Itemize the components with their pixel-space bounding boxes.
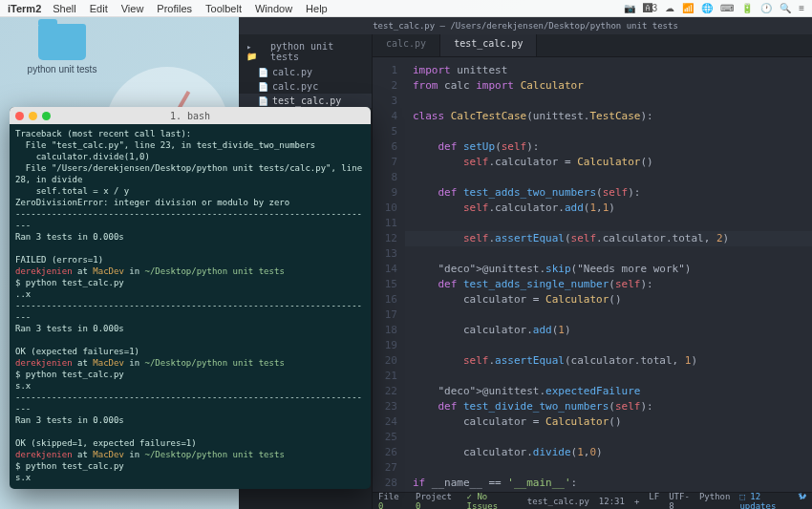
code-area[interactable]: 1234567891011121314151617181920212223242… xyxy=(373,57,812,492)
menubar-status-icon[interactable]: 🕐 xyxy=(760,3,772,13)
file-icon: 📄 xyxy=(258,82,268,92)
file-item[interactable]: 📄calc.py xyxy=(239,65,372,79)
editor-title-text: test_calc.py — /Users/derekjensen/Deskto… xyxy=(373,21,678,31)
menu-item-shell[interactable]: Shell xyxy=(53,3,75,14)
menu-item-edit[interactable]: Edit xyxy=(90,3,108,14)
code-content[interactable]: import unittestfrom calc import Calculat… xyxy=(405,57,812,492)
menu-item-window[interactable]: Window xyxy=(255,3,292,14)
menubar-status-icon[interactable]: ☁ xyxy=(665,3,674,13)
menu-item-help[interactable]: Help xyxy=(306,3,328,14)
status-encoding[interactable]: UTF-8 xyxy=(669,492,690,510)
menubar-status-icon[interactable]: 🅰3 xyxy=(643,3,658,13)
squirrel-icon[interactable]: 🐿 xyxy=(798,492,806,510)
macos-menu-bar: iTerm2 ShellEditViewProfilesToolbeltWind… xyxy=(0,0,812,17)
status-project[interactable]: Project 0 xyxy=(416,492,458,510)
status-line-ending[interactable]: LF xyxy=(649,492,659,510)
status-filename: test_calc.py xyxy=(527,497,589,506)
editor-status-bar: File 0 Project 0 ✓ No Issues test_calc.p… xyxy=(373,492,812,509)
file-name: test_calc.py xyxy=(272,95,341,106)
status-language[interactable]: Python xyxy=(699,492,731,510)
app-name: iTerm2 xyxy=(8,3,41,14)
editor-title-bar: test_calc.py — /Users/derekjensen/Deskto… xyxy=(239,17,812,34)
menubar-status-icon[interactable]: 🔋 xyxy=(741,3,753,13)
editor-tabs: calc.pytest_calc.py xyxy=(373,34,812,57)
desktop-folder[interactable]: python unit tests xyxy=(24,24,100,74)
menubar-status-icon[interactable]: ≡ xyxy=(799,3,804,13)
file-name: calc.py xyxy=(272,67,312,77)
status-issues[interactable]: ✓ No Issues xyxy=(467,492,518,510)
status-plus[interactable]: + xyxy=(634,497,639,506)
menu-item-profiles[interactable]: Profiles xyxy=(157,3,192,14)
status-updates[interactable]: ⬚ 12 updates xyxy=(739,492,788,510)
menubar-status-icon[interactable]: 🔍 xyxy=(780,3,791,13)
status-cursor: 12:31 xyxy=(599,497,625,506)
folder-icon xyxy=(38,24,86,60)
terminal-title-bar[interactable]: 1. bash xyxy=(10,107,371,124)
menu-item-view[interactable]: View xyxy=(121,3,144,14)
menubar-status-icon[interactable]: 🌐 xyxy=(701,3,713,13)
file-item[interactable]: 📄calc.pyc xyxy=(239,79,372,94)
file-name: calc.pyc xyxy=(272,81,318,92)
folder-label: python unit tests xyxy=(24,64,100,74)
menubar-status-icon[interactable]: 📶 xyxy=(682,3,694,13)
menubar-status-icon[interactable]: ⌨ xyxy=(720,3,734,13)
menu-item-toolbelt[interactable]: Toolbelt xyxy=(205,3,242,14)
menubar-right: 📷🅰3☁📶🌐⌨🔋🕐🔍≡ xyxy=(624,3,804,13)
folder-icon: ▸ 📁 xyxy=(246,42,267,61)
menubar-status-icon[interactable]: 📷 xyxy=(624,3,635,13)
project-name: python unit tests xyxy=(270,41,364,62)
file-icon: 📄 xyxy=(258,68,268,77)
status-file[interactable]: File 0 xyxy=(378,492,406,510)
tab-test_calc-py[interactable]: test_calc.py xyxy=(440,34,537,56)
terminal-output[interactable]: Traceback (most recent call last): File … xyxy=(10,124,371,489)
tab-calc-py[interactable]: calc.py xyxy=(373,34,440,56)
project-folder[interactable]: ▸ 📁 python unit tests xyxy=(239,38,372,65)
file-icon: 📄 xyxy=(258,96,268,106)
line-gutter: 1234567891011121314151617181920212223242… xyxy=(373,57,405,492)
terminal-window: 1. bash Traceback (most recent call last… xyxy=(10,107,371,489)
terminal-title-text: 1. bash xyxy=(10,111,371,121)
file-item[interactable]: 📄test_calc.py xyxy=(239,94,372,108)
